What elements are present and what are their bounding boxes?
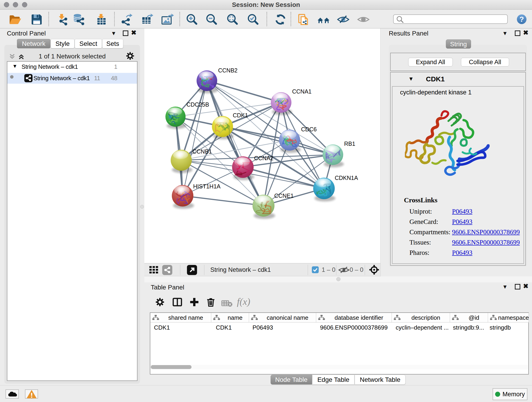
svg-text:CCNA1: CCNA1 <box>292 88 312 95</box>
svg-text:CCNE1: CCNE1 <box>274 192 294 199</box>
svg-text:CDKN1A: CDKN1A <box>335 175 358 181</box>
svg-text:CDC25B: CDC25B <box>186 101 209 108</box>
svg-text:CCNB2: CCNB2 <box>218 67 238 74</box>
svg-text:RB1: RB1 <box>344 140 355 147</box>
svg-text:CCNA2: CCNA2 <box>254 155 273 161</box>
svg-text:HIST1H1A: HIST1H1A <box>193 183 221 190</box>
svg-text:CCNB1: CCNB1 <box>192 148 212 155</box>
svg-text:CDC6: CDC6 <box>301 126 317 133</box>
svg-text:CDK1: CDK1 <box>233 112 248 119</box>
